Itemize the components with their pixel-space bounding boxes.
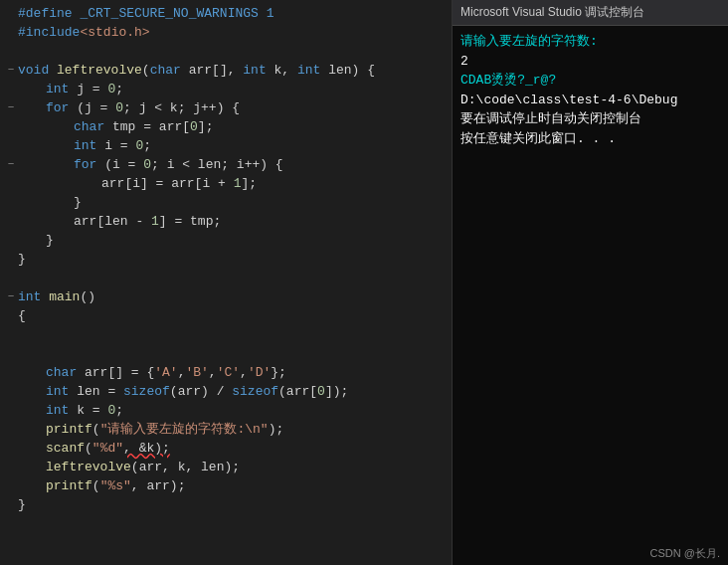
line-content: for (i = 0; i < len; i++) { xyxy=(18,155,452,174)
code-line: int len = sizeof(arr) / sizeof(arr[0]); xyxy=(0,382,452,401)
code-line: printf("请输入要左旋的字符数:\n"); xyxy=(0,420,452,439)
line-content: } xyxy=(18,231,452,250)
code-line: } xyxy=(0,193,452,212)
line-content: int j = 0; xyxy=(18,80,452,98)
line-content: #include<stdio.h> xyxy=(18,23,452,42)
fold-icon[interactable]: − xyxy=(4,98,18,117)
console-footer: CSDN @长月. xyxy=(453,542,728,565)
line-content: { xyxy=(18,306,452,325)
line-content: leftrevolve(arr, k, len); xyxy=(18,458,452,476)
code-line xyxy=(0,42,452,61)
line-content xyxy=(18,325,452,344)
code-line: int k = 0; xyxy=(0,401,452,420)
line-content: int main() xyxy=(18,287,452,306)
line-content: } xyxy=(18,250,452,269)
fold-icon[interactable]: − xyxy=(4,287,18,306)
console-line-5: 要在调试停止时自动关闭控制台 xyxy=(460,109,720,129)
line-content xyxy=(18,344,452,363)
console-title: Microsoft Visual Studio 调试控制台 xyxy=(453,0,728,26)
console-line-1: 请输入要左旋的字符数: xyxy=(460,32,720,52)
code-line: char tmp = arr[0]; xyxy=(0,117,452,136)
code-line: arr[len - 1] = tmp; xyxy=(0,212,452,231)
line-content xyxy=(18,269,452,287)
line-content: for (j = 0; j < k; j++) { xyxy=(18,98,452,117)
code-line: #define _CRT_SECURE_NO_WARNINGS 1 xyxy=(0,4,452,23)
line-content xyxy=(18,42,452,61)
code-line: { xyxy=(0,306,452,325)
code-line: leftrevolve(arr, k, len); xyxy=(0,458,452,476)
fold-icon[interactable]: − xyxy=(4,155,18,174)
line-content: printf("%s", arr); xyxy=(18,476,452,495)
line-content: printf("请输入要左旋的字符数:\n"); xyxy=(18,420,452,439)
fold-icon[interactable]: − xyxy=(4,61,18,80)
line-content: } xyxy=(18,495,452,514)
console-output: 请输入要左旋的字符数: 2 CDAB烫烫?_r@? D:\code\class\… xyxy=(453,26,728,542)
line-content: int len = sizeof(arr) / sizeof(arr[0]); xyxy=(18,382,452,401)
code-line: printf("%s", arr); xyxy=(0,476,452,495)
line-content: int i = 0; xyxy=(18,136,452,155)
code-line: scanf("%d", &k); xyxy=(0,439,452,458)
code-editor: #define _CRT_SECURE_NO_WARNINGS 1#includ… xyxy=(0,0,453,565)
code-line: −void leftrevolve(char arr[], int k, int… xyxy=(0,61,452,80)
console-line-6: 按任意键关闭此窗口. . . xyxy=(460,129,720,149)
code-line: char arr[] = {'A','B','C','D'}; xyxy=(0,363,452,382)
line-content: arr[len - 1] = tmp; xyxy=(18,212,452,231)
line-content: #define _CRT_SECURE_NO_WARNINGS 1 xyxy=(18,4,452,23)
code-line: int j = 0; xyxy=(0,80,452,98)
line-content: scanf("%d", &k); xyxy=(18,439,452,458)
console-line-3: CDAB烫烫?_r@? xyxy=(460,71,720,91)
code-line: #include<stdio.h> xyxy=(0,23,452,42)
code-line: arr[i] = arr[i + 1]; xyxy=(0,174,452,193)
code-line: } xyxy=(0,250,452,269)
line-content: char arr[] = {'A','B','C','D'}; xyxy=(18,363,452,382)
console-line-4: D:\code\class\test-4-6\Debug xyxy=(460,91,720,110)
console-line-2: 2 xyxy=(460,52,720,72)
line-content: arr[i] = arr[i + 1]; xyxy=(18,174,452,193)
code-line: −for (j = 0; j < k; j++) { xyxy=(0,98,452,117)
code-line xyxy=(0,269,452,287)
line-content: char tmp = arr[0]; xyxy=(18,117,452,136)
line-content: void leftrevolve(char arr[], int k, int … xyxy=(18,61,452,80)
console-panel: Microsoft Visual Studio 调试控制台 请输入要左旋的字符数… xyxy=(453,0,728,565)
code-line: int i = 0; xyxy=(0,136,452,155)
code-line: −for (i = 0; i < len; i++) { xyxy=(0,155,452,174)
code-line xyxy=(0,325,452,344)
line-content: int k = 0; xyxy=(18,401,452,420)
code-line: } xyxy=(0,495,452,514)
line-content: } xyxy=(18,193,452,212)
code-line xyxy=(0,344,452,363)
code-line: } xyxy=(0,231,452,250)
code-line: −int main() xyxy=(0,287,452,306)
